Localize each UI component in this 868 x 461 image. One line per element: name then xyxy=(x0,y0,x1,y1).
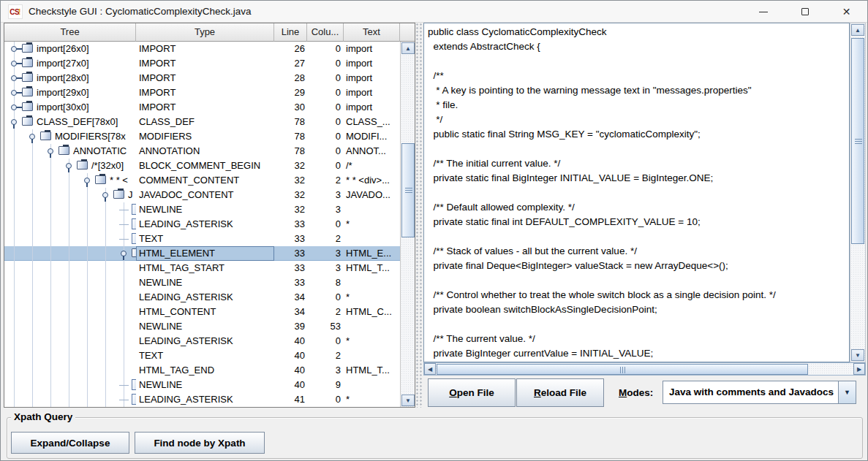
text-cell: import xyxy=(344,42,400,56)
tree-guide-line xyxy=(87,188,88,202)
tree-table-row[interactable]: import[28x0]IMPORT280import xyxy=(4,71,400,85)
column-header-column[interactable]: Colu... xyxy=(307,23,344,42)
tree-guide-line xyxy=(69,363,69,378)
line-cell: 28 xyxy=(274,71,307,85)
tree-table-row[interactable]: LEADING_ASTERISK400* xyxy=(4,334,400,348)
tree-table-row[interactable]: HTML_CONTENT342HTML_C... xyxy=(4,305,400,319)
column-header-line[interactable]: Line xyxy=(274,23,307,42)
type-cell: IMPORT xyxy=(136,56,274,71)
scroll-left-icon[interactable]: ◀ xyxy=(424,363,436,375)
tree-guide-line xyxy=(87,217,88,232)
type-cell: JAVADOC_CONTENT xyxy=(136,188,274,202)
tree-table-row[interactable]: JJAVADOC_CONTENT323JAVADO... xyxy=(4,188,400,202)
column-header-type[interactable]: Type xyxy=(136,23,274,42)
scroll-up-icon[interactable]: ▲ xyxy=(401,42,415,54)
tree-table-row[interactable]: ANNOTATICANNOTATION780ANNOT... xyxy=(4,144,400,159)
code-hscrollbar-thumb[interactable] xyxy=(437,364,808,375)
tree-guide-line xyxy=(14,188,15,202)
tree-guide-line xyxy=(32,232,33,246)
tree-table-row[interactable]: LEADING_ASTERISK330* xyxy=(4,217,400,232)
tree-guide-line xyxy=(32,334,33,348)
column-header-tree[interactable]: Tree xyxy=(4,23,136,42)
tree-table-row[interactable]: LEADING_ASTERISK340* xyxy=(4,290,400,305)
reload-file-button[interactable]: Reload File xyxy=(516,378,604,407)
folder-icon xyxy=(59,146,69,155)
code-scrollbar-thumb[interactable] xyxy=(851,38,864,244)
tree-leaf-dash xyxy=(119,400,129,400)
type-cell: COMMENT_CONTENT xyxy=(136,173,274,188)
code-line: * A key is pointing to the warning messa… xyxy=(428,83,849,98)
tree-guide-line xyxy=(105,392,106,407)
close-button[interactable]: ✕ xyxy=(826,1,867,23)
tree-guide-line xyxy=(50,173,51,188)
tree-guide-line xyxy=(69,348,69,363)
tree-guide-line xyxy=(14,275,15,290)
folder-icon xyxy=(22,44,33,53)
find-node-by-xpath-button[interactable]: Find node by Xpath xyxy=(135,432,265,454)
tree-vertical-scrollbar[interactable]: ▲ ▼ xyxy=(400,42,415,407)
tree-guide-line xyxy=(105,246,106,261)
tree-guide-line xyxy=(105,334,106,348)
type-cell: IMPORT xyxy=(136,71,274,85)
code-line: /** Stack of values - all but the curren… xyxy=(428,244,849,259)
tree-guide-line xyxy=(14,129,15,144)
column-header-text[interactable]: Text xyxy=(344,23,400,42)
tree-table-row[interactable]: HTML_TAG_START333HTML_T... xyxy=(4,261,400,275)
tree-guide-line xyxy=(50,392,51,407)
maximize-button[interactable] xyxy=(784,1,826,23)
folder-icon xyxy=(132,248,136,257)
line-cell: 33 xyxy=(274,275,307,290)
tree-guide-line xyxy=(69,173,69,188)
tree-table-row[interactable]: LEADING_ASTERISK410* xyxy=(4,392,400,407)
tree-table-row[interactable]: NEWLINE3953 xyxy=(4,319,400,334)
tree-table-row[interactable]: TEXT402 xyxy=(4,348,400,363)
combo-dropdown-button[interactable]: ▼ xyxy=(838,381,856,403)
tree-table-row[interactable]: TEXT332 xyxy=(4,232,400,246)
chevron-down-icon: ▼ xyxy=(844,389,850,396)
tree-guide-line xyxy=(14,348,15,363)
column-cell: 0 xyxy=(307,115,344,129)
tree-table-row-selected[interactable]: HTML_ELEMENT333HTML_E... xyxy=(4,246,400,261)
scroll-down-icon[interactable]: ▼ xyxy=(401,395,415,406)
text-cell: import xyxy=(344,85,400,100)
scroll-up-icon[interactable]: ▲ xyxy=(851,24,864,36)
tree-table-row[interactable]: NEWLINE409 xyxy=(4,378,400,392)
mode-select[interactable]: Java with comments and Javadocs ▼ xyxy=(663,381,856,404)
tree-table-row[interactable]: MODIFIERS[78xMODIFIERS780MODIFI... xyxy=(4,129,400,144)
tree-guide-line xyxy=(69,319,69,334)
tree-table-row[interactable]: CLASS_DEF[78x0]CLASS_DEF780CLASS_... xyxy=(4,115,400,129)
text-cell: import xyxy=(344,100,400,115)
tree-table-row[interactable]: NEWLINE323 xyxy=(4,202,400,217)
folder-icon xyxy=(40,132,51,140)
column-cell: 0 xyxy=(307,42,344,56)
expand-collapse-button[interactable]: Expand/Collapse xyxy=(11,432,129,454)
code-horizontal-scrollbar[interactable]: ◀ ▶ xyxy=(423,362,866,376)
tree-table-row[interactable]: import[30x0]IMPORT300import xyxy=(4,100,400,115)
open-file-button[interactable]: Open File xyxy=(428,378,516,407)
handle-stem xyxy=(13,124,15,129)
minimize-button[interactable] xyxy=(742,1,784,23)
scroll-down-icon[interactable]: ▼ xyxy=(851,349,864,361)
tree-scrollbar-thumb[interactable] xyxy=(401,143,415,237)
tree-table-row[interactable]: import[29x0]IMPORT290import xyxy=(4,85,400,100)
column-cell: 0 xyxy=(307,290,344,305)
column-cell: 0 xyxy=(307,159,344,173)
tree-table-row[interactable]: HTML_TAG_END403HTML_T... xyxy=(4,363,400,378)
scroll-right-icon[interactable]: ▶ xyxy=(853,363,865,375)
type-cell: HTML_CONTENT xyxy=(136,305,274,319)
column-cell: 2 xyxy=(307,173,344,188)
tree-guide-line xyxy=(124,348,124,363)
window-title: Checkstyle GUI : CyclomaticComplexityChe… xyxy=(29,1,252,23)
column-cell: 0 xyxy=(307,144,344,159)
type-cell: IMPORT xyxy=(136,100,274,115)
tree-table-row[interactable]: * * <COMMENT_CONTENT322* * <div>... xyxy=(4,173,400,188)
tree-table-row[interactable]: import[27x0]IMPORT270import xyxy=(4,56,400,71)
source-code-view[interactable]: public class CyclomaticComplexityCheck e… xyxy=(423,23,850,362)
tree-table-row[interactable]: /*[32x0]BLOCK_COMMENT_BEGIN320/* xyxy=(4,159,400,173)
tree-table-row[interactable]: import[26x0]IMPORT260import xyxy=(4,42,400,56)
tree-table-row[interactable]: NEWLINE338 xyxy=(4,275,400,290)
tree-cell xyxy=(4,392,136,407)
split-pane-divider[interactable] xyxy=(415,23,423,408)
handle-stem xyxy=(16,77,22,79)
code-vertical-scrollbar[interactable]: ▲ ▼ xyxy=(850,23,866,362)
